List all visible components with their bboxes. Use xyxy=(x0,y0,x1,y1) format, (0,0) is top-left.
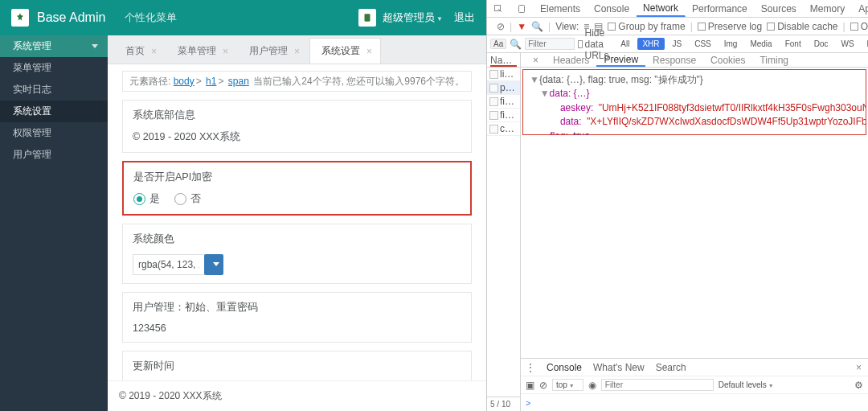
console-levels-select[interactable]: Default levels xyxy=(719,380,774,389)
filter-icon: 🔍 xyxy=(510,39,522,50)
panel-color: 系统颜色 xyxy=(122,224,472,284)
devtab-performance[interactable]: Performance xyxy=(686,0,755,17)
devtab-elements[interactable]: Elements xyxy=(534,0,588,17)
user-dropdown[interactable]: 超级管理员 xyxy=(383,10,443,25)
path-crumb[interactable]: span xyxy=(228,76,249,87)
console-tab[interactable]: Console xyxy=(547,362,582,373)
network-toolbar: ⊘ | ▼ 🔍 | View: ≡ ▤ Group by frame | Pre… xyxy=(487,18,868,35)
close-icon[interactable]: × xyxy=(151,47,157,56)
chip-manifest[interactable]: Manifest xyxy=(862,38,868,50)
field-value: © 2019 - 2020 XXX系统 xyxy=(133,130,461,144)
logout-link[interactable]: 退出 xyxy=(454,10,475,25)
disable-cache-checkbox[interactable]: Disable cache xyxy=(767,21,837,32)
close-icon[interactable]: × xyxy=(294,47,300,56)
request-row[interactable]: fi… xyxy=(487,95,520,109)
file-icon xyxy=(489,97,498,106)
request-row[interactable]: p… xyxy=(487,81,520,95)
chip-js[interactable]: JS xyxy=(668,38,687,50)
preview-json[interactable]: ▼{data: {…}, flag: true, msg: "操作成功"} ▼d… xyxy=(522,69,866,135)
whatsnew-tab[interactable]: What's New xyxy=(593,362,645,373)
sidebar-item-perms[interactable]: 权限管理 xyxy=(0,122,108,144)
tab-label: 首页 xyxy=(125,44,145,58)
console-sidebar-icon[interactable]: ▣ xyxy=(526,380,534,391)
devtab-network[interactable]: Network xyxy=(637,0,686,17)
console-prompt[interactable]: > xyxy=(521,393,868,411)
svg-rect-2 xyxy=(519,5,525,12)
sidebar-item-label: 菜单管理 xyxy=(13,61,51,75)
top-menu-personalize[interactable]: 个性化菜单 xyxy=(125,10,177,25)
sidebar-item-label: 系统管理 xyxy=(13,39,51,53)
eye-icon[interactable]: ◉ xyxy=(588,380,596,391)
device-icon[interactable] xyxy=(510,0,534,17)
sidebar-item-users[interactable]: 用户管理 xyxy=(0,144,108,166)
gear-icon[interactable]: ⚙ xyxy=(854,380,863,391)
filter-toggle-icon[interactable]: ▼ xyxy=(517,21,526,32)
preserve-log-checkbox[interactable]: Preserve log xyxy=(698,21,762,32)
group-by-frame-checkbox[interactable]: Group by frame xyxy=(608,21,685,32)
search-tab[interactable]: Search xyxy=(656,362,686,373)
field-label: 是否开启API加密 xyxy=(133,171,461,184)
close-icon[interactable]: × xyxy=(366,47,372,56)
detail-preview[interactable]: Preview xyxy=(596,53,645,67)
inspect-icon[interactable] xyxy=(487,0,510,17)
tab-settings[interactable]: 系统设置× xyxy=(309,38,381,64)
match-case-icon[interactable]: Aa xyxy=(490,39,506,49)
filter-input[interactable] xyxy=(525,38,575,50)
detail-response[interactable]: Response xyxy=(645,53,703,67)
color-swatch-dropdown[interactable] xyxy=(204,254,223,275)
request-list: Na… li… p… fi… fi… c… 5 / 10 xyxy=(487,53,521,411)
close-icon[interactable]: × xyxy=(223,47,228,56)
console-scope-select[interactable]: top xyxy=(552,379,583,391)
radio-label: 否 xyxy=(190,192,201,206)
sidebar-item-menu[interactable]: 菜单管理 xyxy=(0,57,108,79)
chip-ws[interactable]: WS xyxy=(836,38,858,50)
chip-doc[interactable]: Doc xyxy=(809,38,833,50)
radio-yes[interactable]: 是 xyxy=(133,192,160,206)
field-value: 123456 xyxy=(133,323,461,334)
chip-media[interactable]: Media xyxy=(745,38,776,50)
tab-home[interactable]: 首页× xyxy=(114,39,165,64)
chip-css[interactable]: CSS xyxy=(690,38,716,50)
radio-icon xyxy=(133,193,145,205)
offline-checkbox[interactable]: Offline xyxy=(850,21,868,32)
chip-img[interactable]: Img xyxy=(719,38,743,50)
clear-icon[interactable]: ⊘ xyxy=(497,21,505,32)
field-label: 更新时间 xyxy=(133,360,461,373)
content-pane[interactable]: 元素路径: body> h1> span 当前已输入24个字符, 您还可以输入9… xyxy=(108,64,486,380)
devtab-application[interactable]: Application xyxy=(852,0,868,17)
sidebar-item-log[interactable]: 实时日志 xyxy=(0,79,108,101)
panel-api-encrypt: 是否开启API加密 是 否 xyxy=(122,161,472,216)
sidebar-item-label: 系统设置 xyxy=(13,105,51,118)
request-row[interactable]: c… xyxy=(487,122,520,136)
chip-font[interactable]: Font xyxy=(780,38,806,50)
path-crumb[interactable]: body xyxy=(174,76,194,87)
detail-headers[interactable]: Headers xyxy=(546,53,596,67)
detail-close[interactable]: × xyxy=(526,53,546,67)
devtab-console[interactable]: Console xyxy=(588,0,637,17)
reqlist-header[interactable]: Na… xyxy=(487,53,520,68)
console-filter-input[interactable] xyxy=(601,379,714,391)
request-row[interactable]: fi… xyxy=(487,109,520,122)
field-label: 用户管理：初始、重置密码 xyxy=(133,301,461,314)
clear-console-icon[interactable]: ⊘ xyxy=(539,380,547,391)
drawer-close-icon[interactable]: × xyxy=(856,362,868,373)
panel-password: 用户管理：初始、重置密码 123456 xyxy=(122,292,472,343)
sidebar-item-system[interactable]: 系统管理 xyxy=(0,35,108,57)
sidebar-item-settings[interactable]: 系统设置 xyxy=(0,101,108,122)
detail-timing[interactable]: Timing xyxy=(752,53,796,67)
chip-all[interactable]: All xyxy=(616,38,634,50)
color-input[interactable] xyxy=(133,254,205,275)
drawer-toggle-icon[interactable]: ⋮ xyxy=(526,362,535,373)
search-icon[interactable]: 🔍 xyxy=(531,21,543,32)
chip-xhr[interactable]: XHR xyxy=(637,38,664,50)
devtab-memory[interactable]: Memory xyxy=(804,0,852,17)
devtab-sources[interactable]: Sources xyxy=(755,0,804,17)
radio-no[interactable]: 否 xyxy=(174,192,201,206)
tab-menu[interactable]: 菜单管理× xyxy=(166,39,236,64)
detail-cookies[interactable]: Cookies xyxy=(703,53,752,67)
path-crumb[interactable]: h1 xyxy=(206,76,216,87)
request-row[interactable]: li… xyxy=(487,68,520,81)
tab-users[interactable]: 用户管理× xyxy=(238,39,308,64)
panel-update-time: 更新时间 2019-09-17 10:15:40.0 xyxy=(122,351,472,380)
topbar: Base Admin 个性化菜单 超级管理员 退出 xyxy=(0,0,486,35)
